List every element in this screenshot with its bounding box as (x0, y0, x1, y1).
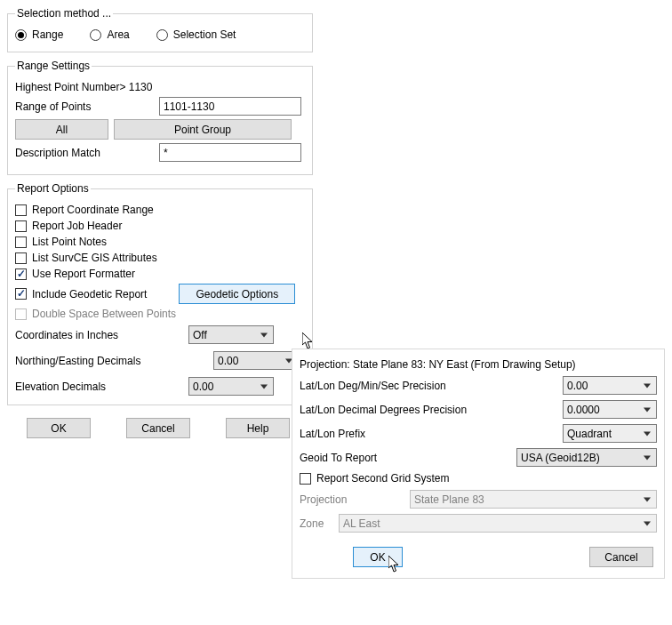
elev-decimals-select[interactable]: 0.00 (188, 377, 274, 396)
radio-set-label: Selection Set (173, 28, 236, 41)
radio-icon (15, 29, 27, 41)
checkbox-icon (15, 268, 27, 280)
projection-label: Projection (300, 493, 403, 506)
chk-label: Double Space Between Points (32, 308, 176, 320)
chk-label: Use Report Formatter (32, 268, 135, 280)
checkbox-icon (15, 220, 27, 232)
projection-select: State Plane 83 (410, 490, 657, 509)
radio-icon (156, 29, 168, 41)
report-options-legend: Report Options (15, 182, 91, 195)
latlon-prefix-label: Lat/Lon Prefix (300, 428, 556, 440)
geoid-select[interactable]: USA (Geoid12B) (516, 448, 657, 467)
chk-report-second-grid[interactable]: Report Second Grid System (300, 472, 657, 485)
geodetic-options-dialog: Projection: State Plane 83: NY East (Fro… (292, 349, 665, 579)
description-match-label: Description Match (15, 147, 154, 159)
cursor-icon (388, 556, 401, 573)
checkbox-icon (300, 473, 311, 485)
checkbox-icon (15, 236, 27, 248)
dd-precision-select[interactable]: 0.0000 (563, 400, 657, 419)
dms-precision-select[interactable]: 0.00 (563, 376, 657, 395)
dd-precision-label: Lat/Lon Decimal Degrees Precision (300, 404, 556, 416)
ok-button[interactable]: OK (27, 418, 91, 438)
select-value: 0.00 (567, 380, 588, 392)
selection-method-legend: Selection method ... (15, 7, 113, 20)
chk-label: List SurvCE GIS Attributes (32, 252, 157, 264)
coords-inches-select[interactable]: Off (188, 325, 274, 344)
point-group-button[interactable]: Point Group (114, 119, 292, 140)
ne-decimals-select[interactable]: 0.00 (213, 351, 299, 370)
all-button[interactable]: All (15, 119, 108, 140)
chk-list-gis-attributes[interactable]: List SurvCE GIS Attributes (15, 252, 305, 264)
main-dialog: Selection method ... Range Area Selectio… (0, 0, 320, 454)
projection-line: Projection: State Plane 83: NY East (Fro… (300, 358, 576, 371)
cancel-button[interactable]: Cancel (126, 418, 190, 438)
main-button-bar: OK Cancel Help (27, 418, 313, 438)
select-value: State Plane 83 (414, 493, 484, 506)
report-options-group: Report Options Report Coordinate Range R… (7, 182, 313, 405)
popup-cancel-button[interactable]: Cancel (589, 547, 653, 567)
radio-icon (90, 29, 101, 41)
coords-inches-label: Coordinates in Inches (15, 329, 188, 341)
chk-label: Report Coordinate Range (32, 204, 154, 216)
zone-select: AL East (339, 514, 657, 533)
chk-label: Include Geodetic Report (32, 288, 147, 300)
ne-decimals-label: Northing/Easting Decimals (15, 355, 188, 367)
zone-label: Zone (300, 517, 332, 530)
elev-decimals-label: Elevation Decimals (15, 381, 188, 393)
chk-report-coord-range[interactable]: Report Coordinate Range (15, 204, 305, 216)
help-button[interactable]: Help (226, 418, 290, 438)
checkbox-icon (15, 252, 27, 264)
chk-label: Report Second Grid System (316, 472, 449, 485)
chk-report-job-header[interactable]: Report Job Header (15, 220, 305, 232)
range-settings-group: Range Settings Highest Point Number> 113… (7, 60, 313, 175)
latlon-prefix-select[interactable]: Quadrant (563, 424, 657, 443)
range-of-points-label: Range of Points (15, 100, 154, 113)
chk-label: Report Job Header (32, 220, 122, 232)
range-of-points-input[interactable] (159, 97, 301, 116)
radio-area-label: Area (107, 28, 129, 41)
radio-range-label: Range (32, 28, 63, 41)
radio-range[interactable]: Range (15, 28, 63, 41)
chk-double-space: Double Space Between Points (15, 308, 305, 320)
geoid-label: Geoid To Report (300, 452, 509, 464)
select-value: 0.0000 (567, 404, 600, 416)
highest-point-label: Highest Point Number> 1130 (15, 81, 152, 93)
range-settings-legend: Range Settings (15, 60, 92, 72)
checkbox-icon (15, 308, 27, 320)
select-value: USA (Geoid12B) (521, 452, 600, 464)
cursor-icon (302, 333, 315, 350)
geodetic-options-button[interactable]: Geodetic Options (179, 284, 295, 304)
description-match-input[interactable] (159, 143, 301, 162)
checkbox-icon (15, 204, 27, 216)
checkbox-icon (15, 288, 27, 300)
chk-list-point-notes[interactable]: List Point Notes (15, 236, 305, 248)
radio-selection-set[interactable]: Selection Set (156, 28, 236, 41)
chk-use-report-formatter[interactable]: Use Report Formatter (15, 268, 305, 280)
selection-method-group: Selection method ... Range Area Selectio… (7, 7, 313, 52)
chk-label: List Point Notes (32, 236, 107, 248)
select-value: Off (193, 329, 207, 341)
dms-precision-label: Lat/Lon Deg/Min/Sec Precision (300, 380, 556, 392)
select-value: 0.00 (193, 381, 213, 393)
chk-include-geodetic-report[interactable]: Include Geodetic Report Geodetic Options (15, 284, 305, 304)
select-value: 0.00 (218, 355, 238, 367)
select-value: AL East (343, 517, 380, 530)
radio-area[interactable]: Area (90, 28, 129, 41)
select-value: Quadrant (567, 428, 612, 440)
